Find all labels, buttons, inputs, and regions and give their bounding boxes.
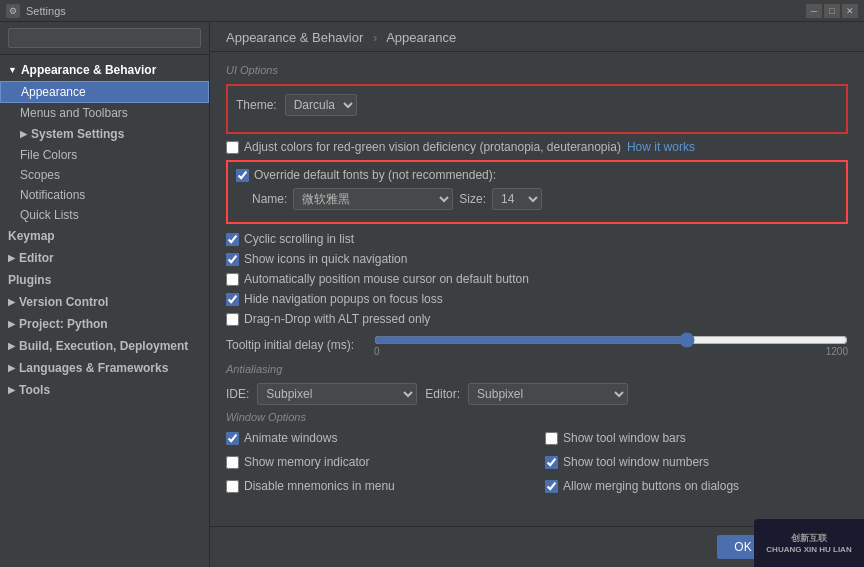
- font-name-row: Name: 微软雅黑 Size: 14 12 13 16: [236, 188, 838, 210]
- show-tool-window-bars-row: Show tool window bars: [545, 431, 848, 445]
- sidebar-item-editor[interactable]: ▶ Editor: [0, 247, 209, 269]
- window-controls: ─ □ ✕: [806, 4, 858, 18]
- show-icons-checkbox[interactable]: [226, 253, 239, 266]
- expand-triangle3: ▶: [8, 253, 15, 263]
- expand-triangle4: ▶: [8, 297, 15, 307]
- minimize-button[interactable]: ─: [806, 4, 822, 18]
- cyclic-scrolling-checkbox[interactable]: [226, 233, 239, 246]
- show-memory-checkbox[interactable]: [226, 456, 239, 469]
- font-name-select[interactable]: 微软雅黑: [293, 188, 453, 210]
- editor-label: Editor:: [425, 387, 460, 401]
- tooltip-slider-container: 0 1200: [374, 332, 848, 357]
- watermark-en-text: CHUANG XIN HU LIAN: [766, 545, 851, 554]
- how-it-works-link[interactable]: How it works: [627, 140, 695, 154]
- show-memory-label[interactable]: Show memory indicator: [226, 455, 369, 469]
- breadcrumb: Appearance & Behavior › Appearance: [210, 22, 864, 52]
- adjust-colors-label[interactable]: Adjust colors for red-green vision defic…: [226, 140, 621, 154]
- expand-triangle8: ▶: [8, 385, 15, 395]
- sidebar-item-plugins[interactable]: Plugins: [0, 269, 209, 291]
- watermark: 创新互联 CHUANG XIN HU LIAN: [754, 519, 864, 567]
- antialiasing-label: Antialiasing: [226, 363, 848, 375]
- allow-merging-row: Allow merging buttons on dialogs: [545, 479, 848, 493]
- sidebar-item-version-control[interactable]: ▶ Version Control: [0, 291, 209, 313]
- font-size-select[interactable]: 14 12 13 16: [492, 188, 542, 210]
- breadcrumb-separator: ›: [373, 30, 377, 45]
- slider-ticks: 0 1200: [374, 346, 848, 357]
- sidebar-item-build-execution[interactable]: ▶ Build, Execution, Deployment: [0, 335, 209, 357]
- override-fonts-row: Override default fonts by (not recommend…: [236, 168, 838, 182]
- disable-mnemonics-row: Disable mnemonics in menu: [226, 479, 529, 493]
- sidebar-item-quick-lists[interactable]: Quick Lists: [0, 205, 209, 225]
- disable-mnemonics-label[interactable]: Disable mnemonics in menu: [226, 479, 395, 493]
- theme-box: Theme: Darcula IntelliJ: [226, 84, 848, 134]
- close-button[interactable]: ✕: [842, 4, 858, 18]
- sidebar-item-project-python[interactable]: ▶ Project: Python: [0, 313, 209, 335]
- title-bar-title: Settings: [26, 5, 66, 17]
- show-tool-window-bars-checkbox[interactable]: [545, 432, 558, 445]
- sidebar-item-menus-toolbars[interactable]: Menus and Toolbars: [0, 103, 209, 123]
- maximize-button[interactable]: □: [824, 4, 840, 18]
- search-box: [0, 22, 209, 55]
- title-bar: ⚙ Settings ─ □ ✕: [0, 0, 864, 22]
- drag-drop-label[interactable]: Drag-n-Drop with ALT pressed only: [226, 312, 430, 326]
- override-fonts-checkbox[interactable]: [236, 169, 249, 182]
- expand-triangle2: ▶: [20, 129, 27, 139]
- sidebar-item-appearance-behavior[interactable]: ▼ Appearance & Behavior: [0, 59, 209, 81]
- sidebar: ▼ Appearance & Behavior Appearance Menus…: [0, 22, 210, 567]
- sidebar-item-languages-frameworks[interactable]: ▶ Languages & Frameworks: [0, 357, 209, 379]
- ui-options-label: UI Options: [226, 64, 848, 76]
- show-icons-label[interactable]: Show icons in quick navigation: [226, 252, 407, 266]
- hide-navigation-checkbox[interactable]: [226, 293, 239, 306]
- cyclic-scrolling-row: Cyclic scrolling in list: [226, 232, 848, 246]
- search-input[interactable]: [8, 28, 201, 48]
- antialiasing-row: IDE: Subpixel Greyscale No antialiasing …: [226, 383, 848, 405]
- content-area: Appearance & Behavior › Appearance UI Op…: [210, 22, 864, 567]
- drag-drop-checkbox[interactable]: [226, 313, 239, 326]
- hide-navigation-label[interactable]: Hide navigation popups on focus loss: [226, 292, 443, 306]
- size-label: Size:: [459, 192, 486, 206]
- theme-label: Theme:: [236, 98, 277, 112]
- sidebar-item-scopes[interactable]: Scopes: [0, 165, 209, 185]
- allow-merging-label[interactable]: Allow merging buttons on dialogs: [545, 479, 739, 493]
- auto-position-label[interactable]: Automatically position mouse cursor on d…: [226, 272, 529, 286]
- watermark-en: 创新互联: [791, 532, 827, 545]
- show-tool-window-numbers-label[interactable]: Show tool window numbers: [545, 455, 709, 469]
- sidebar-item-keymap[interactable]: Keymap: [0, 225, 209, 247]
- sidebar-item-system-settings[interactable]: ▶ System Settings: [0, 123, 209, 145]
- settings-content: UI Options Theme: Darcula IntelliJ: [210, 52, 864, 526]
- sidebar-item-tools[interactable]: ▶ Tools: [0, 379, 209, 401]
- disable-mnemonics-checkbox[interactable]: [226, 480, 239, 493]
- sidebar-tree: ▼ Appearance & Behavior Appearance Menus…: [0, 55, 209, 567]
- adjust-colors-checkbox[interactable]: [226, 141, 239, 154]
- expand-triangle5: ▶: [8, 319, 15, 329]
- show-tool-window-bars-label[interactable]: Show tool window bars: [545, 431, 686, 445]
- app-icon: ⚙: [6, 4, 20, 18]
- adjust-colors-row: Adjust colors for red-green vision defic…: [226, 140, 848, 154]
- window-options-grid: Animate windows Show tool window bars Sh…: [226, 431, 848, 499]
- allow-merging-checkbox[interactable]: [545, 480, 558, 493]
- show-icons-row: Show icons in quick navigation: [226, 252, 848, 266]
- animate-windows-row: Animate windows: [226, 431, 529, 445]
- ide-label: IDE:: [226, 387, 249, 401]
- sidebar-item-appearance[interactable]: Appearance: [0, 81, 209, 103]
- name-label: Name:: [252, 192, 287, 206]
- theme-select-wrap[interactable]: Darcula IntelliJ: [285, 94, 357, 116]
- editor-antialiasing-select[interactable]: Subpixel Greyscale No antialiasing: [468, 383, 628, 405]
- drag-drop-row: Drag-n-Drop with ALT pressed only: [226, 312, 848, 326]
- tooltip-delay-label: Tooltip initial delay (ms):: [226, 338, 366, 352]
- sidebar-item-file-colors[interactable]: File Colors: [0, 145, 209, 165]
- animate-windows-checkbox[interactable]: [226, 432, 239, 445]
- expand-triangle: ▼: [8, 65, 17, 75]
- cyclic-scrolling-label[interactable]: Cyclic scrolling in list: [226, 232, 354, 246]
- ide-antialiasing-select[interactable]: Subpixel Greyscale No antialiasing: [257, 383, 417, 405]
- show-tool-window-numbers-row: Show tool window numbers: [545, 455, 848, 469]
- tooltip-delay-row: Tooltip initial delay (ms): 0 1200: [226, 332, 848, 357]
- sidebar-item-notifications[interactable]: Notifications: [0, 185, 209, 205]
- auto-position-row: Automatically position mouse cursor on d…: [226, 272, 848, 286]
- animate-windows-label[interactable]: Animate windows: [226, 431, 337, 445]
- override-fonts-label[interactable]: Override default fonts by (not recommend…: [236, 168, 496, 182]
- auto-position-checkbox[interactable]: [226, 273, 239, 286]
- theme-select[interactable]: Darcula IntelliJ: [286, 95, 356, 115]
- show-tool-window-numbers-checkbox[interactable]: [545, 456, 558, 469]
- show-memory-row: Show memory indicator: [226, 455, 529, 469]
